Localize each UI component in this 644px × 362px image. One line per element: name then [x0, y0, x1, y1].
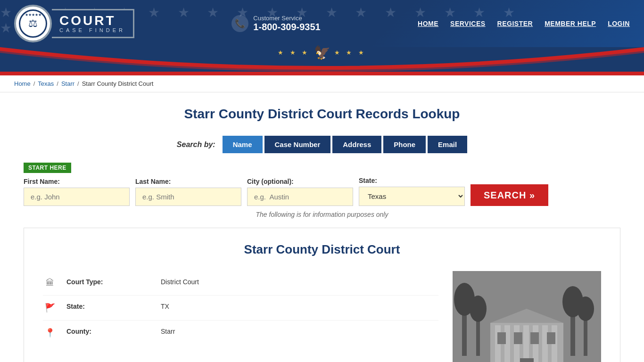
start-here-text: START HERE [24, 163, 71, 173]
breadcrumb-sep-2: / [57, 80, 58, 87]
breadcrumb-home[interactable]: Home [14, 80, 31, 87]
court-type-value: District Court [161, 278, 199, 286]
city-group: City (optional): [247, 178, 353, 206]
start-here-badge: START HERE [24, 163, 620, 177]
tab-case-number[interactable]: Case Number [264, 136, 331, 153]
svg-rect-21 [530, 332, 539, 344]
state-select[interactable]: AlabamaAlaskaArizonaArkansasCaliforniaCo… [359, 187, 465, 206]
nav-services[interactable]: SERVICES [450, 20, 486, 27]
first-name-group: First Name: [24, 178, 130, 206]
svg-rect-20 [514, 332, 522, 344]
flag-icon: 🚩 [43, 303, 57, 313]
nav-home[interactable]: HOME [418, 20, 438, 27]
court-type-label: Court Type: [66, 278, 151, 286]
eagle-area: ★ ★ ★ 🦅 ★ ★ ★ [278, 45, 366, 60]
search-form: First Name: Last Name: City (optional): … [24, 177, 620, 206]
first-name-input[interactable] [24, 188, 130, 206]
state-label: State: [359, 177, 465, 184]
phone-area: 📞 Customer Service 1-800-309-9351 [231, 15, 320, 33]
main-content: Starr County District Court Records Look… [0, 92, 644, 362]
nav-login[interactable]: LOGIN [608, 20, 630, 27]
logo-area: ★★★★★ COURT CASE FINDER [14, 5, 134, 42]
logo-circle: ★★★★★ [14, 5, 52, 42]
court-details: 🏛 Court Type: District Court 🚩 State: TX… [43, 271, 438, 362]
phone-icon: 📞 [231, 15, 248, 32]
breadcrumb-texas[interactable]: Texas [38, 80, 54, 87]
breadcrumb-current: Starr County District Court [82, 80, 154, 87]
location-icon: 📍 [43, 328, 57, 338]
nav-member-help[interactable]: MEMBER HELP [545, 20, 596, 27]
svg-point-4 [470, 296, 487, 322]
info-note: The following is for information purpose… [24, 211, 620, 218]
court-card: Starr County District Court 🏛 Court Type… [24, 228, 620, 362]
svg-rect-13 [523, 325, 529, 362]
page-title: Starr County District Court Records Look… [24, 107, 620, 122]
breadcrumb-sep-3: / [77, 80, 79, 87]
last-name-input[interactable] [135, 188, 241, 206]
logo-stars: ★★★★★ [25, 13, 41, 17]
phone-details: Customer Service 1-800-309-9351 [253, 15, 320, 33]
breadcrumb-starr[interactable]: Starr [61, 80, 74, 87]
logo-case-finder-text: CASE FINDER [59, 27, 125, 33]
breadcrumb-sep-1: / [33, 80, 35, 87]
court-content-area: 🏛 Court Type: District Court 🚩 State: TX… [43, 271, 601, 362]
court-image [453, 271, 601, 362]
phone-number: 1-800-309-9351 [253, 22, 320, 33]
search-tabs: Name Case Number Address Phone Email [223, 136, 467, 153]
svg-rect-22 [547, 332, 555, 344]
nav-register[interactable]: REGISTER [497, 20, 533, 27]
search-by-label: Search by: [177, 140, 215, 149]
logo-court-text: COURT [59, 14, 125, 27]
last-name-label: Last Name: [135, 178, 241, 185]
state-row: 🚩 State: TX [43, 296, 438, 321]
tab-phone[interactable]: Phone [383, 136, 426, 153]
state-row-label: State: [66, 303, 151, 310]
court-type-row: 🏛 Court Type: District Court [43, 271, 438, 296]
breadcrumb: Home / Texas / Starr / Starr County Dist… [14, 80, 630, 87]
building-icon: 🏛 [43, 278, 57, 288]
hero-divider: ★ ★ ★ 🦅 ★ ★ ★ [0, 47, 644, 75]
svg-rect-23 [520, 358, 534, 362]
eagle-stars-right: ★ ★ ★ [334, 49, 366, 56]
search-by-row: Search by: Name Case Number Address Phon… [24, 136, 620, 153]
city-input[interactable] [247, 188, 353, 206]
last-name-group: Last Name: [135, 178, 241, 206]
tab-address[interactable]: Address [332, 136, 381, 153]
phone-label: Customer Service [253, 15, 320, 22]
red-band [0, 72, 644, 75]
svg-point-8 [577, 296, 594, 321]
search-button[interactable]: SEARCH » [471, 184, 548, 206]
state-row-value: TX [161, 303, 169, 310]
court-card-title: Starr County District Court [43, 242, 601, 257]
court-image-placeholder [453, 271, 601, 362]
first-name-label: First Name: [24, 178, 130, 185]
eagle-icon: 🦅 [314, 45, 330, 60]
tab-email[interactable]: Email [428, 136, 467, 153]
county-row: 📍 County: Starr [43, 321, 438, 345]
header: ★★★★★ COURT CASE FINDER 📞 Customer Servi… [0, 0, 644, 47]
logo-emblem: ★★★★★ [19, 9, 47, 38]
state-group: State: AlabamaAlaskaArizonaArkansasCalif… [359, 177, 465, 206]
city-label: City (optional): [247, 178, 353, 185]
logo-text-box: COURT CASE FINDER [52, 9, 134, 38]
main-nav: HOME SERVICES REGISTER MEMBER HELP LOGIN [418, 20, 630, 27]
county-label: County: [66, 328, 151, 335]
county-value: Starr [161, 328, 175, 335]
svg-rect-19 [497, 332, 506, 344]
tab-name[interactable]: Name [223, 136, 263, 153]
breadcrumb-bar: Home / Texas / Starr / Starr County Dist… [0, 75, 644, 92]
eagle-stars-left: ★ ★ ★ [278, 49, 310, 56]
